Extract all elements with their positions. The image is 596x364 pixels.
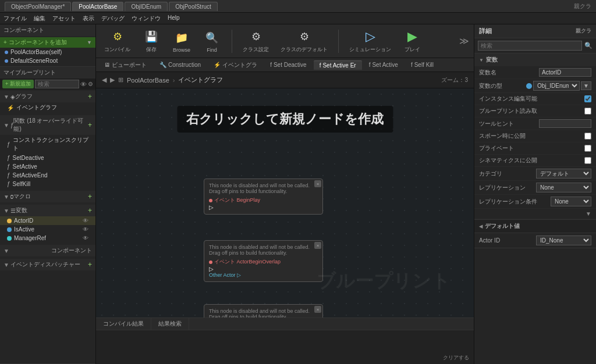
menu-item[interactable]: ウィンドウ (132, 15, 161, 23)
function-item[interactable]: ƒコンストラクションスクリプト (0, 135, 95, 154)
dispatcher-header[interactable]: ▼ イベントディスパッチャー + (0, 259, 95, 270)
add-component-icon: ▼ (87, 40, 92, 45)
component-item[interactable]: PoolActorBase(self) (0, 48, 95, 56)
menu-item[interactable]: Help (168, 15, 180, 23)
play-btn[interactable]: ▶ プレイ (399, 26, 425, 56)
prop-dropdown-replication-cond[interactable]: None (551, 197, 591, 206)
bottom-tab[interactable]: コンパイル結果 (96, 318, 151, 330)
add-component-btn[interactable]: + コンポーネントを追加 ▼ (0, 37, 95, 48)
component-item[interactable]: DefaultSceneRoot (0, 56, 95, 65)
new-add-btn[interactable]: + 新規追加 (2, 80, 34, 88)
expand-icon[interactable]: ≫ (459, 36, 469, 46)
props-variables-header[interactable]: 変数 (474, 53, 596, 66)
menu-item[interactable]: アセット (52, 15, 76, 23)
bp-components-header[interactable]: ▼ コンポーネント (0, 245, 95, 256)
prop-input-variable-name[interactable] (539, 68, 591, 77)
node-begin-play[interactable]: × This node is disabled and will not be … (204, 179, 323, 215)
prop-checkbox-cinematic[interactable] (584, 157, 591, 164)
prop-dropdown-replication[interactable]: None (536, 183, 591, 192)
title-tab[interactable]: ObjIDEnum (125, 2, 168, 11)
node-corner-btn-2[interactable]: × (314, 242, 321, 249)
prop-checkbox-private[interactable] (584, 145, 591, 152)
menu-item[interactable]: 編集 (34, 15, 45, 23)
prop-checkbox-spawn-expose[interactable] (584, 133, 591, 140)
dispatcher-expand-icon: ▼ (3, 262, 9, 268)
main-tab[interactable]: 🔧Construction (154, 60, 207, 69)
function-item[interactable]: ƒSetActiveEnd (0, 171, 95, 180)
node-corner-btn-3[interactable]: × (314, 306, 321, 313)
class-settings-btn[interactable]: ⚙ クラス設定 (239, 26, 272, 56)
main-tab[interactable]: fSelf Kill (405, 60, 439, 69)
bp-search-input[interactable] (35, 80, 79, 88)
main-tab[interactable]: ⚡イベントグラ (208, 60, 263, 70)
title-tab[interactable]: PoolActorBase (72, 2, 123, 11)
functions-header[interactable]: ▼ ƒ 関数 (18 オーバーライド可能) + (0, 115, 95, 135)
variable-eye-icon[interactable]: 👁 (83, 217, 88, 224)
variable-eye-icon[interactable]: 👁 (83, 235, 88, 241)
main-tab[interactable]: 🖥ビューポート (98, 60, 152, 70)
event-graph-item[interactable]: ⚡ イベントグラフ (0, 102, 95, 113)
function-item[interactable]: ƒSetActive (0, 162, 95, 171)
title-tab[interactable]: ObjectPoolManager* (5, 2, 71, 11)
macros-add-btn[interactable]: + (88, 192, 92, 201)
eye-icon[interactable]: 👁 (80, 81, 87, 88)
canvas-area[interactable]: 右クリックして新規ノードを作成 × This node is disabled … (96, 88, 474, 317)
node-tick[interactable]: × This node is disabled and will not be … (204, 304, 323, 317)
variable-eye-icon[interactable]: 👁 (83, 226, 88, 233)
variable-item[interactable]: ManagerRef👁 (0, 234, 95, 242)
functions-add-btn[interactable]: + (88, 121, 92, 129)
prop-row-spawn-expose: スポーン時に公開 (474, 130, 596, 142)
variables-add-btn[interactable]: + (88, 206, 92, 215)
variable-type-expand[interactable]: ▼ (581, 81, 591, 90)
main-tab[interactable]: fSet Active Er (314, 60, 362, 70)
simulate-btn[interactable]: ▷ シミュレーション (346, 26, 395, 56)
bottom-panel: コンパイル結果結果検索 クリアする (96, 317, 474, 364)
default-actor-id-row: Actor ID ID_None (474, 233, 596, 248)
breadcrumb-parent[interactable]: PoolActorBase (127, 77, 169, 84)
right-search-input[interactable] (478, 41, 582, 51)
function-item[interactable]: ƒSelfKill (0, 180, 95, 188)
prop-label-variable-type: 変数の型 (479, 82, 524, 90)
breadcrumb-home-icon[interactable]: ⊞ (118, 76, 123, 84)
macros-header[interactable]: ▼ ⧮ マクロ + (0, 191, 95, 202)
variable-item[interactable]: IsActive👁 (0, 225, 95, 234)
find-icon: 🔍 (204, 30, 220, 46)
title-tab[interactable]: ObjPoolStruct (169, 2, 218, 11)
menu-item[interactable]: ファイル (3, 15, 27, 23)
tab-icon: f (320, 62, 321, 69)
variable-item[interactable]: ActorID👁 (0, 216, 95, 225)
menu-item[interactable]: デバッグ (101, 15, 125, 23)
variables-header[interactable]: ▼ ☰ 変数 + (0, 205, 95, 216)
graphs-add-btn[interactable]: + (88, 92, 92, 101)
menu-item[interactable]: 表示 (83, 15, 94, 23)
variable-dot (7, 227, 12, 232)
play-icon: ▶ (404, 28, 420, 45)
compile-btn[interactable]: ⚙ コンパイル (101, 26, 134, 56)
node-actor-begin-overlap[interactable]: × This node is disabled and will not be … (204, 240, 323, 282)
prop-row-replication-cond: レプリケーション条件 None (474, 195, 596, 209)
save-btn[interactable]: 💾 保存 (139, 26, 164, 56)
prop-input-tooltip[interactable] (539, 119, 591, 128)
props-expand-more[interactable]: ▼ (586, 210, 591, 217)
prop-checkbox-bp-readonly[interactable] (584, 108, 591, 115)
settings-icon[interactable]: ⚙ (88, 81, 93, 87)
prop-dropdown-category[interactable]: デフォルト (536, 169, 591, 179)
main-tab[interactable]: fSet Deactive (264, 60, 312, 69)
function-item[interactable]: ƒSetDeactive (0, 154, 95, 162)
breadcrumb-nav-back[interactable]: ◀ (102, 76, 107, 84)
class-defaults-btn[interactable]: ⚙ クラスのデフォルト (277, 26, 331, 56)
main-tab[interactable]: fSet Active (363, 60, 404, 69)
bottom-tab[interactable]: 結果検索 (151, 318, 189, 330)
prop-checkbox-instance-edit[interactable] (584, 95, 591, 102)
breadcrumb-nav-forward[interactable]: ▶ (110, 76, 115, 84)
browse-btn[interactable]: 📁 Browse (169, 27, 194, 55)
find-btn[interactable]: 🔍 Find (199, 27, 225, 55)
clear-btn[interactable]: クリアする (443, 354, 469, 362)
graphs-header[interactable]: ▼ ◈ グラフ + (0, 91, 95, 102)
variable-type-dropdown[interactable]: Obj_IDEnum (533, 81, 580, 91)
dispatcher-add-btn[interactable]: + (88, 260, 92, 269)
default-actor-id-dropdown[interactable]: ID_None (536, 235, 591, 245)
node-event-label-1: イベント BeginPlay (209, 197, 318, 204)
defaults-header[interactable]: デフォルト値 (474, 220, 596, 233)
node-corner-btn-1[interactable]: × (314, 180, 321, 187)
